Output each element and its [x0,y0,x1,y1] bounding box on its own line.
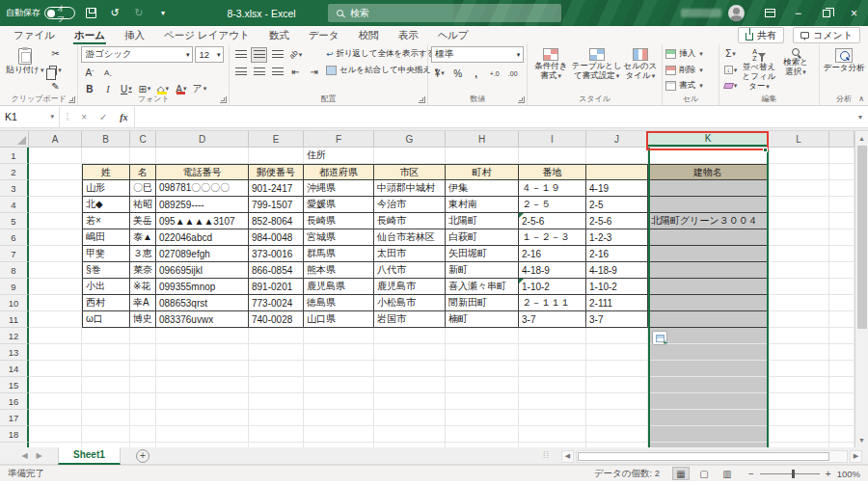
row-header-18[interactable]: 18 [0,426,29,443]
formula-input[interactable] [135,106,853,127]
cell-C8[interactable]: 菜奈 [130,262,156,279]
cell-M17[interactable] [829,410,854,426]
cell-M11[interactable] [829,311,854,328]
cell-I13[interactable] [519,344,586,361]
font-dialog-launcher[interactable] [220,96,227,103]
cell-D6[interactable]: 022046abcd [156,229,249,246]
cell-B15[interactable] [82,377,130,393]
cell-D10[interactable]: 088653qrst [156,295,249,311]
cell-F11[interactable]: 山口県 [304,311,374,328]
cell-F10[interactable]: 徳島県 [304,295,374,311]
cell-G18[interactable] [374,426,446,443]
tab-help[interactable]: ヘルプ [428,26,478,44]
horizontal-scrollbar[interactable]: ◀ ▶ [561,449,862,463]
cell-D16[interactable] [156,393,249,410]
search-input[interactable]: 検索 [328,4,561,22]
normal-view-icon[interactable]: ▦ [672,467,690,480]
cell-E10[interactable]: 773-0024 [249,295,304,311]
cell-H17[interactable] [446,410,519,426]
cell-I15[interactable] [519,377,586,393]
name-box[interactable]: K1▾ [0,106,60,127]
cell-C18[interactable] [130,426,156,443]
cell-J4[interactable]: 2-5 [586,197,648,213]
font-name-combo[interactable]: 游ゴシック▾ [81,46,193,63]
cell-A14[interactable] [29,361,82,377]
cell-F8[interactable]: 熊本県 [304,262,374,279]
cell-C3[interactable]: 〇巳 [130,180,156,197]
row-header-5[interactable]: 5 [0,213,29,229]
align-center-button[interactable] [251,65,267,80]
cell-B9[interactable]: 小出 [82,279,130,295]
cell-L8[interactable] [769,262,829,279]
cell-E13[interactable] [249,344,304,361]
col-header-I[interactable]: I [519,131,586,147]
cell-E14[interactable] [249,361,304,377]
cell-D5[interactable]: 095▲▲▲▲3107 [156,213,249,229]
scroll-right-icon[interactable]: ▶ [850,450,862,463]
cell-M16[interactable] [829,393,854,410]
cell-A9[interactable] [29,279,82,295]
decrease-font-button[interactable]: A˯ [99,65,116,80]
cell-J18[interactable] [586,426,648,443]
tab-home[interactable]: ホーム [65,26,115,44]
cell-C13[interactable] [130,344,156,361]
cell-B3[interactable]: 山形 [82,180,130,197]
cell-F5[interactable]: 長崎県 [304,213,374,229]
tab-review[interactable]: 校閲 [349,26,389,44]
col-header-M[interactable] [829,131,854,147]
cell-B16[interactable] [82,393,130,410]
cell-C6[interactable]: 泰▲ [130,229,156,246]
cell-J13[interactable] [586,344,648,361]
col-header-G[interactable]: G [374,131,446,147]
cell-I16[interactable] [519,393,586,410]
tab-scrollbar-splitter[interactable]: ⁞⁞ [543,450,550,460]
cell-D17[interactable] [156,410,249,426]
cell-L13[interactable] [769,344,829,361]
cell-K6[interactable] [648,229,769,246]
cell-G15[interactable] [374,377,446,393]
cell-J12[interactable] [586,328,648,344]
font-size-combo[interactable]: 12▾ [195,46,224,63]
cell-I3[interactable]: ４－１９ [519,180,586,197]
cell-J14[interactable] [586,361,648,377]
cell-I10[interactable]: ２－１１１ [519,295,586,311]
row-header-15[interactable]: 15 [0,377,29,393]
cell-G7[interactable]: 太田市 [374,246,446,262]
vertical-scroll-thumb[interactable] [857,146,867,329]
cell-B2[interactable]: 姓 [82,164,130,180]
cell-H15[interactable] [446,377,519,393]
row-header-10[interactable]: 10 [0,295,29,311]
cell-E8[interactable]: 866-0854 [249,262,304,279]
align-middle-button[interactable] [251,47,267,63]
tab-data[interactable]: データ [299,26,349,44]
cell-J8[interactable]: 4-18-9 [586,262,648,279]
cell-J6[interactable]: 1-2-3 [586,229,648,246]
cell-C14[interactable] [130,361,156,377]
row-header-8[interactable]: 8 [0,262,29,279]
vertical-scrollbar[interactable]: ▲ ▼ [854,131,868,447]
cell-A8[interactable] [29,262,82,279]
cell-L16[interactable] [769,393,829,410]
tab-formulas[interactable]: 数式 [259,26,299,44]
tab-view[interactable]: 表示 [389,26,428,44]
cell-K11[interactable] [648,311,769,328]
cell-E18[interactable] [249,426,304,443]
col-header-D[interactable]: D [156,131,249,147]
scroll-left-icon[interactable]: ◀ [561,450,574,463]
cell-A5[interactable] [29,213,82,229]
cell-G9[interactable]: 鹿児島市 [374,279,446,295]
new-sheet-button[interactable]: + [136,449,149,463]
cell-B5[interactable]: 若× [82,213,130,229]
tab-insert[interactable]: 挿入 [115,26,154,44]
cell-M13[interactable] [829,344,854,361]
row-header-7[interactable]: 7 [0,246,29,262]
cell-K14[interactable] [648,361,769,377]
page-break-view-icon[interactable]: ▥ [719,467,736,480]
number-format-combo[interactable]: 標準▾ [431,46,524,63]
cell-A3[interactable] [29,180,82,197]
horizontal-scroll-thumb[interactable] [578,452,829,461]
cell-E16[interactable] [249,393,304,410]
cell-F16[interactable] [304,393,374,410]
select-all-corner[interactable] [0,131,29,147]
wrap-text-button[interactable]: ↩折り返して全体を表示する [326,46,438,62]
